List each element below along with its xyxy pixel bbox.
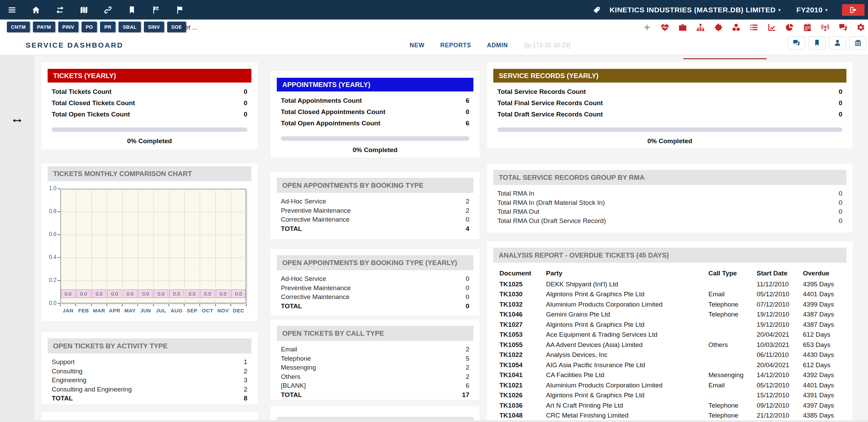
link-icon[interactable]: [103, 5, 112, 14]
tag-icon: [593, 6, 600, 14]
pie-chart-icon[interactable]: [785, 23, 794, 32]
briefcase-icon[interactable]: [678, 23, 687, 32]
shortcut-po[interactable]: PO: [82, 22, 97, 32]
arrows-horizontal-icon[interactable]: [9, 115, 25, 126]
table-cell: Telephone: [708, 402, 757, 409]
list-item: Corrective Maintenance0: [281, 215, 469, 224]
header-band: CNTMPAYMPINVPOPRSBALSINVSOE Set ... SERV…: [0, 20, 868, 55]
ticket-document-link[interactable]: TK1048: [499, 412, 546, 419]
set-label[interactable]: Set ...: [181, 24, 198, 31]
puzzle-icon[interactable]: [714, 23, 723, 32]
cubes-icon[interactable]: [732, 23, 741, 32]
compass-icon[interactable]: [643, 23, 652, 32]
map-icon[interactable]: [79, 5, 88, 14]
list-rows: Ad-Hoc Service2Preventive Maintenance2Co…: [281, 197, 469, 233]
calendar-icon[interactable]: [803, 23, 812, 32]
stat-row: Total Closed Tickets Count0: [52, 97, 247, 109]
ticket-document-link[interactable]: TK1026: [499, 392, 546, 399]
shortcut-sinv[interactable]: SINV: [144, 22, 164, 32]
nav-link-reports[interactable]: REPORTS: [440, 42, 471, 49]
table-cell: 4387 Days: [803, 321, 840, 328]
flag-checkered-icon[interactable]: [151, 5, 160, 14]
table-cell: 05/12/2010: [757, 290, 803, 298]
ticket-document-link[interactable]: TK1021: [499, 382, 546, 389]
fiscal-year-dropdown[interactable]: FY2010 ▾: [796, 6, 828, 14]
panel-header: SERVICE RECORDS (YEARLY): [493, 69, 846, 83]
menu-icon[interactable]: [8, 5, 16, 14]
podcast-icon[interactable]: [821, 23, 830, 32]
table-cell: 4385 Days: [803, 412, 840, 419]
panel-header: ANALYSIS REPORT - OVERDUE TICKETS (45 DA…: [493, 248, 846, 263]
total-label: TOTAL: [281, 224, 302, 234]
stat-value: 0: [244, 86, 247, 97]
nav-link-admin[interactable]: ADMIN: [487, 42, 508, 49]
nav-link-new[interactable]: NEW: [410, 42, 424, 49]
list-icon[interactable]: [749, 23, 758, 32]
ticket-document-link[interactable]: TK1054: [499, 361, 546, 369]
exchange-icon[interactable]: [55, 5, 64, 14]
ticket-document-link[interactable]: TK1055: [499, 341, 546, 349]
table-row: TK1054AIG Asia Pacific Insurance Pte Ltd…: [499, 360, 840, 370]
company-dropdown[interactable]: KINETICS INDUSTRIES (MASTER.DB) LIMITED …: [609, 6, 781, 14]
gear-icon[interactable]: [856, 23, 865, 32]
item-label: Ad-Hoc Service: [281, 274, 326, 284]
comments-icon[interactable]: [839, 23, 847, 32]
item-label: Total RMA In (Draft Material Stock In): [497, 198, 605, 208]
table-cell: 05/12/2010: [757, 382, 803, 389]
stat-label: Total Open Appointments Count: [281, 117, 380, 129]
x-axis-tick-label: JUN: [138, 308, 153, 313]
sitemap-icon[interactable]: [696, 23, 705, 32]
table-cell: Gemini Grains Pte Ltd: [546, 311, 708, 318]
list-item: Total RMA Out0: [497, 207, 842, 216]
table-cell: 4395 Days: [803, 281, 840, 288]
item-label: Ad-Hoc Service: [281, 197, 326, 206]
list-item: Ad-Hoc Service0: [281, 274, 469, 284]
list-item: Total RMA Out (Draft Service Record)0: [497, 216, 842, 226]
chart-value-label: 0.0: [231, 289, 246, 298]
x-axis-tick-label: NOV: [215, 308, 231, 313]
ticket-document-link[interactable]: TK1046: [499, 311, 546, 318]
comments-icon[interactable]: [788, 36, 805, 49]
company-name: KINETICS INDUSTRIES (MASTER.DB) LIMITED: [609, 6, 776, 14]
bookmark-icon[interactable]: [808, 36, 826, 49]
sign-out-icon: [849, 6, 857, 14]
ticket-document-link[interactable]: TK1036: [499, 402, 546, 409]
item-label: Total RMA Out (Draft Service Record): [497, 216, 606, 226]
shortcut-pinv[interactable]: PINV: [58, 22, 78, 32]
chart-value-label: 0.0: [107, 289, 122, 298]
logout-button[interactable]: [842, 4, 865, 16]
line-chart-icon[interactable]: [767, 23, 776, 32]
ticket-document-link[interactable]: TK1032: [499, 301, 546, 308]
panel-tickets-yearly: TICKETS (YEARLY) Total Tickets Count0Tot…: [41, 62, 258, 149]
bank-icon[interactable]: [850, 36, 867, 49]
x-axis-tick-label: APR: [107, 308, 122, 313]
ticket-document-link[interactable]: TK1022: [499, 351, 546, 359]
heartbeat-icon[interactable]: [660, 23, 669, 32]
table-cell: 4399 Days: [803, 301, 840, 308]
chart-value-label: 0.0: [76, 289, 91, 298]
shortcut-pr[interactable]: PR: [100, 22, 115, 32]
home-icon[interactable]: [32, 5, 40, 14]
bookmark-icon[interactable]: [127, 5, 136, 14]
shortcut-paym[interactable]: PAYM: [33, 22, 55, 32]
table-row: TK1046Gemini Grains Pte LtdTelephone19/1…: [499, 310, 840, 320]
stat-label: Total Service Records Count: [497, 86, 586, 97]
chart-value-label: 0.0: [154, 289, 168, 298]
panel-header: TOTAL SERVICE RECORDS GROUP BY RMA: [493, 170, 846, 185]
chevron-down-icon: ▾: [778, 8, 781, 12]
ticket-document-link[interactable]: TK1025: [499, 281, 546, 288]
table-cell: 4391 Days: [803, 392, 840, 399]
y-axis-tick-label: 0.6: [41, 231, 57, 237]
user-icon[interactable]: [829, 36, 846, 49]
flag-icon[interactable]: [175, 5, 184, 14]
ticket-document-link[interactable]: TK1041: [499, 371, 546, 379]
ticket-document-link[interactable]: TK1027: [499, 321, 546, 328]
ticket-document-link[interactable]: TK1030: [499, 290, 546, 298]
item-value: 0: [466, 284, 469, 293]
shortcut-cntm[interactable]: CNTM: [7, 22, 30, 32]
list-item: Telephone5: [281, 354, 469, 363]
table-column-header: Start Date: [757, 270, 803, 277]
ticket-document-link[interactable]: TK1053: [499, 331, 546, 338]
shortcut-sbal[interactable]: SBAL: [119, 22, 141, 32]
horizontal-scrollbar[interactable]: [34, 420, 868, 422]
